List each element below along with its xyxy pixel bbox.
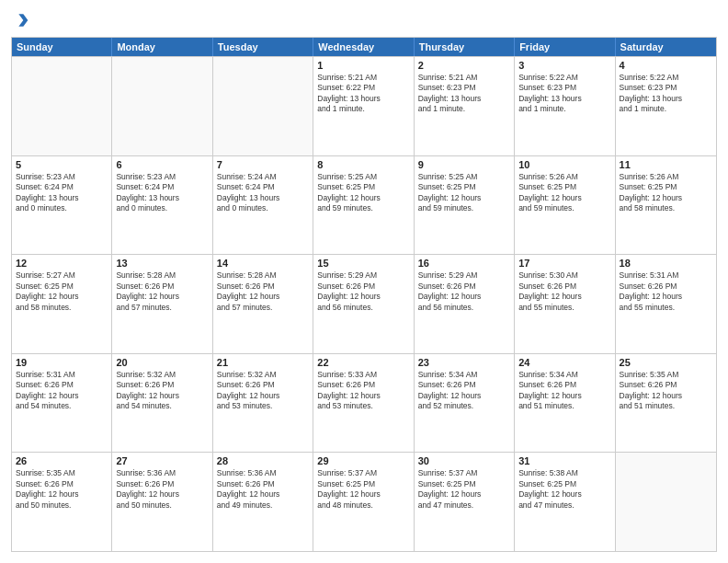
calendar-body: 1Sunrise: 5:21 AM Sunset: 6:22 PM Daylig… bbox=[12, 56, 716, 551]
day-info: Sunrise: 5:22 AM Sunset: 6:23 PM Dayligh… bbox=[518, 73, 610, 115]
day-number: 27 bbox=[116, 455, 208, 466]
calendar-day-19: 19Sunrise: 5:31 AM Sunset: 6:26 PM Dayli… bbox=[12, 354, 112, 453]
day-info: Sunrise: 5:26 AM Sunset: 6:25 PM Dayligh… bbox=[620, 172, 712, 214]
day-number: 18 bbox=[620, 258, 712, 269]
weekday-header-tuesday: Tuesday bbox=[213, 38, 313, 56]
calendar-header: SundayMondayTuesdayWednesdayThursdayFrid… bbox=[12, 38, 716, 56]
day-info: Sunrise: 5:32 AM Sunset: 6:26 PM Dayligh… bbox=[116, 370, 208, 412]
calendar-empty-cell bbox=[213, 57, 313, 155]
day-info: Sunrise: 5:31 AM Sunset: 6:26 PM Dayligh… bbox=[16, 370, 108, 412]
day-info: Sunrise: 5:33 AM Sunset: 6:26 PM Dayligh… bbox=[317, 370, 409, 412]
day-number: 5 bbox=[16, 159, 108, 170]
day-info: Sunrise: 5:31 AM Sunset: 6:26 PM Dayligh… bbox=[620, 270, 712, 313]
calendar-day-5: 5Sunrise: 5:23 AM Sunset: 6:24 PM Daylig… bbox=[12, 156, 112, 255]
day-info: Sunrise: 5:35 AM Sunset: 6:26 PM Dayligh… bbox=[16, 468, 108, 511]
calendar-day-14: 14Sunrise: 5:28 AM Sunset: 6:26 PM Dayli… bbox=[213, 255, 313, 353]
weekday-header-friday: Friday bbox=[515, 38, 615, 56]
day-number: 8 bbox=[317, 159, 409, 170]
day-info: Sunrise: 5:28 AM Sunset: 6:26 PM Dayligh… bbox=[116, 270, 208, 313]
calendar-day-26: 26Sunrise: 5:35 AM Sunset: 6:26 PM Dayli… bbox=[12, 453, 112, 551]
calendar-day-22: 22Sunrise: 5:33 AM Sunset: 6:26 PM Dayli… bbox=[313, 354, 414, 453]
calendar-empty-cell bbox=[616, 453, 716, 551]
day-number: 28 bbox=[217, 455, 309, 466]
calendar-day-9: 9Sunrise: 5:25 AM Sunset: 6:25 PM Daylig… bbox=[415, 156, 515, 255]
calendar-week-4: 19Sunrise: 5:31 AM Sunset: 6:26 PM Dayli… bbox=[12, 353, 716, 453]
day-number: 1 bbox=[317, 60, 409, 71]
day-info: Sunrise: 5:25 AM Sunset: 6:25 PM Dayligh… bbox=[317, 172, 409, 214]
calendar-day-30: 30Sunrise: 5:37 AM Sunset: 6:25 PM Dayli… bbox=[415, 453, 515, 551]
calendar-week-3: 12Sunrise: 5:27 AM Sunset: 6:25 PM Dayli… bbox=[12, 254, 716, 353]
day-number: 13 bbox=[116, 258, 208, 269]
day-number: 20 bbox=[116, 357, 208, 368]
day-info: Sunrise: 5:35 AM Sunset: 6:26 PM Dayligh… bbox=[620, 370, 712, 412]
day-number: 19 bbox=[16, 357, 108, 368]
calendar-day-16: 16Sunrise: 5:29 AM Sunset: 6:26 PM Dayli… bbox=[415, 255, 515, 353]
day-info: Sunrise: 5:22 AM Sunset: 6:23 PM Dayligh… bbox=[620, 73, 712, 115]
calendar-day-17: 17Sunrise: 5:30 AM Sunset: 6:26 PM Dayli… bbox=[515, 255, 615, 353]
day-number: 31 bbox=[518, 455, 610, 466]
day-number: 2 bbox=[418, 60, 510, 71]
day-number: 15 bbox=[317, 258, 409, 269]
calendar-day-7: 7Sunrise: 5:24 AM Sunset: 6:24 PM Daylig… bbox=[213, 156, 313, 255]
day-info: Sunrise: 5:27 AM Sunset: 6:25 PM Dayligh… bbox=[16, 270, 108, 313]
weekday-header-thursday: Thursday bbox=[415, 38, 515, 56]
calendar-day-11: 11Sunrise: 5:26 AM Sunset: 6:25 PM Dayli… bbox=[616, 156, 716, 255]
day-info: Sunrise: 5:37 AM Sunset: 6:25 PM Dayligh… bbox=[418, 468, 510, 511]
calendar-day-18: 18Sunrise: 5:31 AM Sunset: 6:26 PM Dayli… bbox=[616, 255, 716, 353]
calendar-day-3: 3Sunrise: 5:22 AM Sunset: 6:23 PM Daylig… bbox=[515, 57, 615, 155]
header bbox=[11, 11, 717, 29]
calendar: SundayMondayTuesdayWednesdayThursdayFrid… bbox=[11, 37, 717, 552]
day-info: Sunrise: 5:21 AM Sunset: 6:22 PM Dayligh… bbox=[317, 73, 409, 115]
calendar-day-2: 2Sunrise: 5:21 AM Sunset: 6:23 PM Daylig… bbox=[415, 57, 515, 155]
day-number: 26 bbox=[16, 455, 108, 466]
calendar-day-4: 4Sunrise: 5:22 AM Sunset: 6:23 PM Daylig… bbox=[616, 57, 716, 155]
calendar-day-24: 24Sunrise: 5:34 AM Sunset: 6:26 PM Dayli… bbox=[515, 354, 615, 453]
day-info: Sunrise: 5:23 AM Sunset: 6:24 PM Dayligh… bbox=[116, 172, 208, 214]
weekday-header-saturday: Saturday bbox=[616, 38, 716, 56]
day-number: 6 bbox=[116, 159, 208, 170]
day-number: 16 bbox=[418, 258, 510, 269]
day-info: Sunrise: 5:36 AM Sunset: 6:26 PM Dayligh… bbox=[217, 468, 309, 511]
day-info: Sunrise: 5:23 AM Sunset: 6:24 PM Dayligh… bbox=[16, 172, 108, 214]
calendar-week-1: 1Sunrise: 5:21 AM Sunset: 6:22 PM Daylig… bbox=[12, 56, 716, 155]
page: SundayMondayTuesdayWednesdayThursdayFrid… bbox=[0, 0, 728, 563]
day-info: Sunrise: 5:37 AM Sunset: 6:25 PM Dayligh… bbox=[317, 468, 409, 511]
day-info: Sunrise: 5:34 AM Sunset: 6:26 PM Dayligh… bbox=[518, 370, 610, 412]
calendar-day-10: 10Sunrise: 5:26 AM Sunset: 6:25 PM Dayli… bbox=[515, 156, 615, 255]
calendar-day-20: 20Sunrise: 5:32 AM Sunset: 6:26 PM Dayli… bbox=[112, 354, 212, 453]
day-info: Sunrise: 5:30 AM Sunset: 6:26 PM Dayligh… bbox=[518, 270, 610, 313]
calendar-empty-cell bbox=[112, 57, 212, 155]
calendar-day-15: 15Sunrise: 5:29 AM Sunset: 6:26 PM Dayli… bbox=[313, 255, 414, 353]
day-number: 7 bbox=[217, 159, 309, 170]
calendar-day-25: 25Sunrise: 5:35 AM Sunset: 6:26 PM Dayli… bbox=[616, 354, 716, 453]
calendar-week-5: 26Sunrise: 5:35 AM Sunset: 6:26 PM Dayli… bbox=[12, 452, 716, 551]
calendar-week-2: 5Sunrise: 5:23 AM Sunset: 6:24 PM Daylig… bbox=[12, 155, 716, 255]
day-info: Sunrise: 5:21 AM Sunset: 6:23 PM Dayligh… bbox=[418, 73, 510, 115]
calendar-day-1: 1Sunrise: 5:21 AM Sunset: 6:22 PM Daylig… bbox=[313, 57, 414, 155]
logo-icon bbox=[11, 11, 29, 29]
calendar-day-29: 29Sunrise: 5:37 AM Sunset: 6:25 PM Dayli… bbox=[313, 453, 414, 551]
day-info: Sunrise: 5:26 AM Sunset: 6:25 PM Dayligh… bbox=[518, 172, 610, 214]
calendar-day-21: 21Sunrise: 5:32 AM Sunset: 6:26 PM Dayli… bbox=[213, 354, 313, 453]
day-number: 21 bbox=[217, 357, 309, 368]
calendar-day-6: 6Sunrise: 5:23 AM Sunset: 6:24 PM Daylig… bbox=[112, 156, 212, 255]
day-number: 23 bbox=[418, 357, 510, 368]
day-info: Sunrise: 5:36 AM Sunset: 6:26 PM Dayligh… bbox=[116, 468, 208, 511]
calendar-day-28: 28Sunrise: 5:36 AM Sunset: 6:26 PM Dayli… bbox=[213, 453, 313, 551]
calendar-day-23: 23Sunrise: 5:34 AM Sunset: 6:26 PM Dayli… bbox=[415, 354, 515, 453]
calendar-day-27: 27Sunrise: 5:36 AM Sunset: 6:26 PM Dayli… bbox=[112, 453, 212, 551]
logo bbox=[11, 11, 33, 29]
calendar-day-13: 13Sunrise: 5:28 AM Sunset: 6:26 PM Dayli… bbox=[112, 255, 212, 353]
day-info: Sunrise: 5:32 AM Sunset: 6:26 PM Dayligh… bbox=[217, 370, 309, 412]
day-number: 30 bbox=[418, 455, 510, 466]
day-number: 12 bbox=[16, 258, 108, 269]
day-info: Sunrise: 5:38 AM Sunset: 6:25 PM Dayligh… bbox=[518, 468, 610, 511]
day-number: 9 bbox=[418, 159, 510, 170]
day-info: Sunrise: 5:29 AM Sunset: 6:26 PM Dayligh… bbox=[418, 270, 510, 313]
calendar-day-31: 31Sunrise: 5:38 AM Sunset: 6:25 PM Dayli… bbox=[515, 453, 615, 551]
day-number: 11 bbox=[620, 159, 712, 170]
day-info: Sunrise: 5:28 AM Sunset: 6:26 PM Dayligh… bbox=[217, 270, 309, 313]
day-number: 22 bbox=[317, 357, 409, 368]
calendar-day-8: 8Sunrise: 5:25 AM Sunset: 6:25 PM Daylig… bbox=[313, 156, 414, 255]
calendar-day-12: 12Sunrise: 5:27 AM Sunset: 6:25 PM Dayli… bbox=[12, 255, 112, 353]
